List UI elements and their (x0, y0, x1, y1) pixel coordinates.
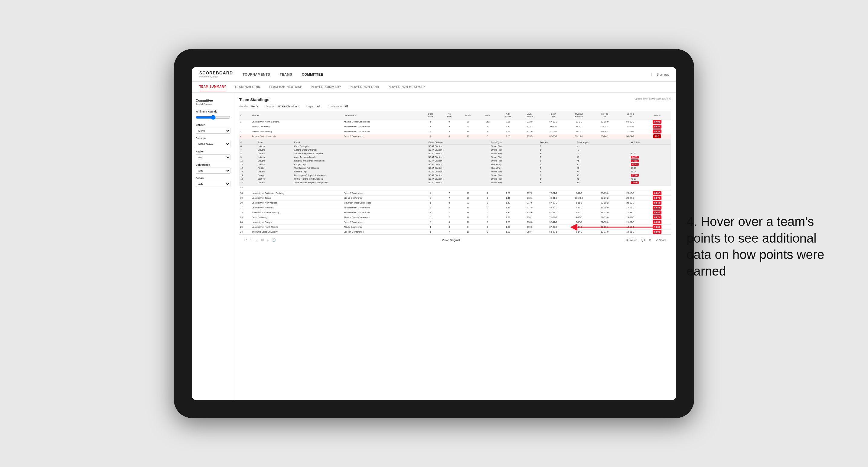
division-select[interactable]: NCAA Division I NCAA Division II NCAA Di… (196, 141, 230, 147)
share-button[interactable]: ↗ Share (656, 239, 666, 242)
tab-team-summary[interactable]: TEAM SUMMARY (199, 83, 226, 91)
sub-nav: TEAM SUMMARY TEAM H2H GRID TEAM H2H HEAT… (192, 82, 676, 93)
min-rounds-slider[interactable] (196, 114, 230, 120)
add-icon[interactable]: + (267, 238, 269, 242)
th-overall-record: OverallRecord (566, 111, 592, 120)
filter-gender-label: Gender: (239, 105, 249, 108)
watch-button[interactable]: 👁 Watch (626, 239, 637, 242)
filters-row: Gender: Men's Division: NCAA Division I … (239, 105, 671, 108)
app-logo: SCOREBOARD (199, 70, 233, 75)
tab-team-h2h-grid[interactable]: TEAM H2H GRID (235, 83, 260, 91)
school-select[interactable]: (All) (196, 181, 230, 187)
expanded-row: 15 East Ter OFCC Fighting Illini Invitat… (239, 177, 671, 181)
region-label: Region (196, 150, 230, 153)
table-row[interactable]: 18 University of California, Berkeley Pa… (239, 191, 671, 196)
vs-top25-cell: 50-10-0 (592, 120, 618, 124)
th-wins: Wins (478, 111, 497, 120)
no-tour-cell: 9 (440, 120, 458, 124)
expanded-row: 16 Univers 2023 Sahalee Players Champion… (239, 181, 671, 185)
th-vs-top50: Vs Top50 (618, 111, 643, 120)
th-avg-score: Avg.Score (519, 111, 540, 120)
sidebar-portal-sub: Portal Review (196, 103, 230, 106)
low-sg-cell: 67-10-0 (540, 120, 566, 124)
copy-icon[interactable]: ⧉ (261, 238, 264, 242)
right-panel: Team Standings Update time: 13/03/2024 1… (235, 93, 676, 400)
exp-th-div: Event Division (427, 141, 490, 145)
conference-label: Conference (196, 163, 230, 166)
filter-division-value: NCAA Division I (278, 105, 299, 108)
nav-teams[interactable]: TEAMS (280, 71, 292, 77)
expanded-header-row: # Team Event Event Division Event Type R… (239, 139, 671, 186)
undo-icon[interactable]: ↩ (244, 238, 247, 242)
th-school: School (251, 111, 343, 120)
clock-icon[interactable]: 🕐 (272, 238, 276, 242)
view-original-button[interactable]: View: Original (442, 239, 460, 242)
nav-committee[interactable]: COMMITTEE (302, 71, 323, 77)
tab-player-h2h-heatmap[interactable]: PLAYER H2H HEATMAP (388, 83, 425, 91)
exp-th-num: # (239, 141, 256, 145)
th-no-tour: NoTour (440, 111, 458, 120)
expanded-row: 11 Univers Copper Cup NCAA Division I Ma… (239, 163, 671, 166)
nav-tournaments[interactable]: TOURNAMENTS (243, 71, 270, 77)
filter-gender: Gender: Men's (239, 105, 258, 108)
expanded-row: 6 Univers Cabo Collegiate NCAA Division … (239, 145, 671, 148)
table-row[interactable]: 17 (239, 186, 671, 191)
th-rank: # (239, 111, 251, 120)
watch-label: Watch (630, 239, 637, 242)
filter-region-label: Region: (306, 105, 315, 108)
filter-gender-value: Men's (251, 105, 258, 108)
region-select[interactable]: N/A East West (196, 154, 230, 160)
table-row[interactable]: 2 Auburn University Southeastern Confere… (239, 124, 671, 129)
table-row-highlighted[interactable]: 4 Arizona State University Pac-12 Confer… (239, 134, 671, 139)
logo-area: SCOREBOARD Powered by clippi (199, 70, 233, 78)
conf-cell: Atlantic Coast Conference (343, 120, 421, 124)
tab-player-summary[interactable]: PLAYER SUMMARY (311, 83, 341, 91)
annotation-text: 4. Hover over a team's points to see add… (686, 214, 844, 279)
standings-table: # School Conference ConfRank NoTour Rnds… (239, 111, 671, 235)
tab-player-h2h-grid[interactable]: PLAYER H2H GRID (350, 83, 379, 91)
redo-icon[interactable]: ↪ (250, 238, 252, 242)
th-vs-top25: Vs Top25 (592, 111, 618, 120)
tab-team-h2h-heatmap[interactable]: TEAM H2H HEATMAP (269, 83, 303, 91)
rank-cell: 1 (239, 120, 251, 124)
filter-conference-value: All (344, 105, 348, 108)
table-row[interactable]: 19 University of Texas Big 12 Conference… (239, 196, 671, 200)
filter-region-value: All (317, 105, 320, 108)
school-label: School (196, 177, 230, 180)
comment-button[interactable]: 💬 (642, 239, 645, 242)
exp-th-event: Event (293, 141, 427, 145)
step-icon[interactable]: ⤻ (255, 238, 258, 242)
share-label: Share (659, 239, 666, 242)
table-row[interactable]: 1 University of North Carolina Atlantic … (239, 120, 671, 124)
table-row[interactable]: 20 University of New Mexico Mountain Wes… (239, 200, 671, 206)
overall-record-cell: 13-9-0 (566, 120, 592, 124)
gender-select[interactable]: Men's Women's (196, 128, 230, 134)
exp-th-rounds: Rounds (539, 141, 576, 145)
school-cell: University of North Carolina (251, 120, 343, 124)
conf-rank-cell: 1 (421, 120, 440, 124)
app-logo-sub: Powered by clippi (199, 75, 233, 78)
adj-score-cell: 2.86 (497, 120, 519, 124)
main-content: Committee Portal Review Minimum Rounds G… (192, 93, 676, 400)
sign-out-button[interactable]: Sign out (651, 72, 669, 76)
expanded-row: 10 Univers National Invitational Tournam… (239, 159, 671, 163)
th-adj-score: Adj.Score (497, 111, 519, 120)
exp-th-type: Event Type (490, 141, 538, 145)
expanded-row: 8 Univers Southern Highlands Collegiate … (239, 152, 671, 155)
table-row[interactable]: 3 Vanderbilt University Southeastern Con… (239, 129, 671, 134)
expanded-row: 9 Univers Amer An Intercollegiate NCAA D… (239, 155, 671, 159)
eye-icon: 👁 (626, 239, 629, 242)
points-cell[interactable]: 97.02 (643, 120, 671, 124)
conference-select[interactable]: (All) ACC SEC (196, 167, 230, 174)
sidebar-portal-title: Committee (196, 99, 230, 102)
share-icon: ↗ (656, 239, 658, 242)
table-row[interactable]: 21 University of Alabama Southeastern Co… (239, 206, 671, 210)
th-low-sg: LowSG (540, 111, 566, 120)
rnds-cell: 30 (458, 120, 478, 124)
th-points: Points (643, 111, 671, 120)
th-conf-rank: ConfRank (421, 111, 440, 120)
exp-th-team: Team (256, 141, 293, 145)
table-row[interactable]: 22 Mississippi State University Southeas… (239, 210, 671, 215)
vs-top50-cell: 50-10-0 (618, 120, 643, 124)
grid-button[interactable]: ⊞ (649, 239, 651, 242)
